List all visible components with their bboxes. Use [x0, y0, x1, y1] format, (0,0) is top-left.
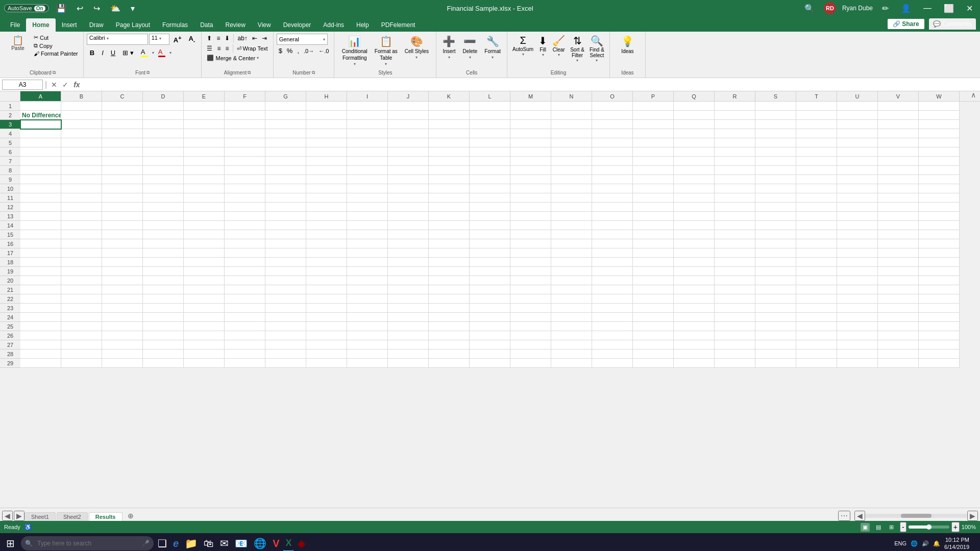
cell-W9[interactable]	[919, 175, 960, 184]
cell-N1[interactable]	[551, 102, 592, 111]
cell-S9[interactable]	[755, 175, 796, 184]
cell-P2[interactable]	[633, 111, 674, 120]
cell-I22[interactable]	[347, 294, 388, 304]
cell-K3[interactable]	[429, 120, 470, 129]
cell-I9[interactable]	[347, 175, 388, 184]
cell-F12[interactable]	[225, 203, 265, 212]
autosave-toggle[interactable]: AutoSave On	[4, 4, 49, 12]
cell-K20[interactable]	[429, 276, 470, 285]
cell-O25[interactable]	[592, 322, 633, 331]
cell-A6[interactable]	[20, 147, 61, 157]
cell-F8[interactable]	[225, 166, 265, 175]
cell-N2[interactable]	[551, 111, 592, 120]
number-format-selector[interactable]: General ▾	[277, 34, 328, 45]
autosum-button[interactable]: Σ AutoSum ▾	[510, 34, 535, 58]
cell-R21[interactable]	[715, 285, 755, 294]
cell-O26[interactable]	[592, 331, 633, 340]
cell-V9[interactable]	[878, 175, 919, 184]
page-break-view-button[interactable]: ⊞	[887, 523, 896, 532]
cell-B19[interactable]	[61, 267, 102, 276]
cell-W17[interactable]	[919, 248, 960, 258]
cell-L8[interactable]	[470, 166, 510, 175]
comments-button[interactable]: 💬 Comments	[929, 18, 976, 30]
cell-D19[interactable]	[143, 267, 184, 276]
cell-E23[interactable]	[184, 304, 225, 313]
cell-G12[interactable]	[265, 203, 306, 212]
zoom-in-button[interactable]: +	[951, 522, 960, 532]
cell-B20[interactable]	[61, 276, 102, 285]
indent-increase-button[interactable]: ⇥	[260, 34, 269, 43]
cell-J5[interactable]	[388, 138, 429, 147]
cell-C10[interactable]	[102, 184, 143, 193]
cell-E11[interactable]	[184, 193, 225, 203]
cell-F27[interactable]	[225, 340, 265, 349]
cell-L1[interactable]	[470, 102, 510, 111]
cell-O19[interactable]	[592, 267, 633, 276]
cell-O14[interactable]	[592, 221, 633, 230]
save-button[interactable]: 💾	[53, 4, 69, 13]
cell-E19[interactable]	[184, 267, 225, 276]
row-header-12[interactable]: 12	[0, 203, 20, 212]
cell-S7[interactable]	[755, 157, 796, 166]
cell-P19[interactable]	[633, 267, 674, 276]
cell-T25[interactable]	[796, 322, 837, 331]
cell-O18[interactable]	[592, 258, 633, 267]
cell-V22[interactable]	[878, 294, 919, 304]
cell-A27[interactable]	[20, 340, 61, 349]
cell-H18[interactable]	[306, 258, 347, 267]
cell-K2[interactable]	[429, 111, 470, 120]
cell-R2[interactable]	[715, 111, 755, 120]
cell-L12[interactable]	[470, 203, 510, 212]
cell-P1[interactable]	[633, 102, 674, 111]
cell-D15[interactable]	[143, 230, 184, 239]
cell-D9[interactable]	[143, 175, 184, 184]
cell-G8[interactable]	[265, 166, 306, 175]
cell-D7[interactable]	[143, 157, 184, 166]
cell-O4[interactable]	[592, 129, 633, 138]
row-header-4[interactable]: 4	[0, 129, 20, 138]
cell-A28[interactable]	[20, 349, 61, 359]
cell-V6[interactable]	[878, 147, 919, 157]
cell-C15[interactable]	[102, 230, 143, 239]
cell-S28[interactable]	[755, 349, 796, 359]
cell-R19[interactable]	[715, 267, 755, 276]
cell-G23[interactable]	[265, 304, 306, 313]
cell-Q4[interactable]	[674, 129, 715, 138]
cell-P20[interactable]	[633, 276, 674, 285]
cell-V12[interactable]	[878, 203, 919, 212]
cell-O29[interactable]	[592, 359, 633, 368]
cell-W3[interactable]	[919, 120, 960, 129]
col-header-Q[interactable]: Q	[674, 91, 715, 101]
cell-M22[interactable]	[510, 294, 551, 304]
font-name-selector[interactable]: Calibri ▾	[87, 34, 148, 45]
col-header-D[interactable]: D	[143, 91, 184, 101]
cell-D17[interactable]	[143, 248, 184, 258]
cell-M8[interactable]	[510, 166, 551, 175]
cell-S8[interactable]	[755, 166, 796, 175]
taskbar-edge[interactable]: e	[171, 536, 181, 552]
fill-button[interactable]: ⬇ Fill ▾	[536, 34, 549, 58]
autosave-info-button[interactable]: ⛅	[107, 4, 124, 13]
col-header-W[interactable]: W	[919, 91, 960, 101]
cell-I20[interactable]	[347, 276, 388, 285]
cell-U20[interactable]	[837, 276, 878, 285]
cell-O24[interactable]	[592, 313, 633, 322]
cell-T20[interactable]	[796, 276, 837, 285]
cell-S12[interactable]	[755, 203, 796, 212]
cell-B27[interactable]	[61, 340, 102, 349]
cell-L26[interactable]	[470, 331, 510, 340]
sort-filter-button[interactable]: ⇅ Sort & Filter ▾	[568, 34, 586, 64]
decrease-font-button[interactable]: A-	[185, 34, 198, 45]
cell-H1[interactable]	[306, 102, 347, 111]
cell-Q29[interactable]	[674, 359, 715, 368]
cell-R10[interactable]	[715, 184, 755, 193]
cell-C6[interactable]	[102, 147, 143, 157]
cell-J18[interactable]	[388, 258, 429, 267]
cell-P11[interactable]	[633, 193, 674, 203]
col-header-T[interactable]: T	[796, 91, 837, 101]
row-header-14[interactable]: 14	[0, 221, 20, 230]
cell-H26[interactable]	[306, 331, 347, 340]
cell-B5[interactable]	[61, 138, 102, 147]
cell-M26[interactable]	[510, 331, 551, 340]
cell-P24[interactable]	[633, 313, 674, 322]
